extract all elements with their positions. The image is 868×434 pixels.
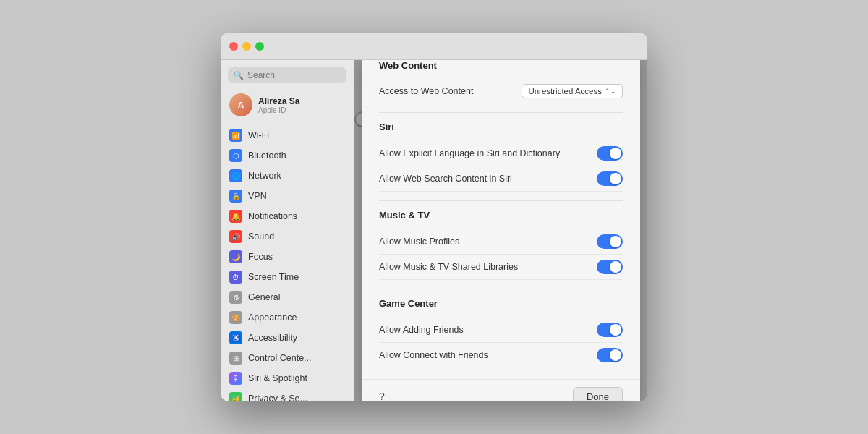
divider-2 — [379, 200, 623, 201]
accessibility-icon: ♿ — [229, 331, 242, 344]
minimize-button[interactable] — [242, 42, 251, 51]
music-toggle-row-1: Allow Music Profiles — [379, 229, 623, 255]
siri-label-2: Allow Web Search Content in Siri — [379, 174, 512, 184]
modal-inner: Web Content Access to Web Content Unrest… — [362, 60, 640, 379]
game-center-title: Game Center — [379, 298, 623, 309]
modal-footer: ? Done — [362, 379, 640, 402]
divider-1 — [379, 112, 623, 113]
sidebar-item-controlcenter[interactable]: ⊞ Control Cente... — [221, 348, 354, 368]
chevron-down-icon: ⌃⌄ — [605, 88, 616, 95]
sidebar-item-wifi[interactable]: 📶 Wi-Fi — [221, 125, 354, 145]
titlebar — [221, 33, 647, 60]
sidebar-label-appearance: Appearance — [248, 312, 297, 323]
sidebar-item-screentime[interactable]: ⏱ Screen Time — [221, 267, 354, 287]
modal-help-button[interactable]: ? — [379, 391, 385, 401]
sidebar-label-controlcenter: Control Cente... — [248, 353, 312, 363]
sidebar: 🔍 A Alireza Sa Apple ID 📶 Wi-Fi ⬡ Bl — [221, 60, 354, 401]
siri-toggle-row-1: Allow Explicit Language in Siri and Dict… — [379, 141, 623, 166]
done-button[interactable]: Done — [573, 387, 623, 402]
sidebar-label-general: General — [248, 292, 280, 302]
music-toggle-2[interactable] — [597, 260, 623, 274]
window-body: 🔍 A Alireza Sa Apple ID 📶 Wi-Fi ⬡ Bl — [221, 60, 647, 401]
access-value: Unrestricted Access — [528, 87, 602, 95]
user-subtitle: Apple ID — [258, 106, 299, 114]
sidebar-label-sound: Sound — [248, 231, 274, 242]
siri-title: Siri — [379, 122, 623, 132]
modal-overlay: Web Content Access to Web Content Unrest… — [354, 60, 647, 401]
game-toggle-2[interactable] — [597, 348, 623, 362]
sound-icon: 🔊 — [229, 230, 242, 243]
search-bar[interactable]: 🔍 — [228, 67, 346, 83]
sidebar-label-wifi: Wi-Fi — [248, 130, 269, 140]
siri-toggle-1[interactable] — [597, 146, 623, 161]
sidebar-item-accessibility[interactable]: ♿ Accessibility — [221, 328, 354, 348]
sidebar-item-siri[interactable]: 🎙 Siri & Spotlight — [221, 368, 354, 388]
user-name: Alireza Sa — [258, 96, 299, 106]
maximize-button[interactable] — [255, 42, 264, 51]
search-icon: 🔍 — [234, 71, 244, 80]
sidebar-label-accessibility: Accessibility — [248, 333, 297, 343]
music-toggle-row-2: Allow Music & TV Shared Libraries — [379, 255, 623, 280]
main-window: 🔍 A Alireza Sa Apple ID 📶 Wi-Fi ⬡ Bl — [221, 33, 647, 401]
access-select[interactable]: Unrestricted Access ⌃⌄ — [522, 84, 623, 98]
user-profile[interactable]: A Alireza Sa Apple ID — [221, 88, 354, 122]
user-info: Alireza Sa Apple ID — [258, 96, 299, 114]
game-label-2: Allow Connect with Friends — [379, 350, 488, 360]
sidebar-label-notifications: Notifications — [248, 211, 297, 221]
sidebar-item-privacy[interactable]: 🔐 Privacy & Se... — [221, 388, 354, 401]
privacy-icon: 🔐 — [229, 392, 242, 401]
sidebar-label-vpn: VPN — [248, 191, 267, 201]
sidebar-label-privacy: Privacy & Se... — [248, 393, 307, 401]
divider-3 — [379, 289, 623, 289]
search-input[interactable] — [247, 70, 341, 80]
focus-icon: 🌙 — [229, 250, 242, 263]
sidebar-item-general[interactable]: ⚙ General — [221, 287, 354, 307]
modal-dialog: Web Content Access to Web Content Unrest… — [362, 60, 640, 401]
sidebar-item-appearance[interactable]: 🎨 Appearance — [221, 307, 354, 328]
game-label-1: Allow Adding Friends — [379, 325, 464, 335]
controlcenter-icon: ⊞ — [229, 352, 242, 365]
siri-icon: 🎙 — [229, 372, 242, 385]
music-label-2: Allow Music & TV Shared Libraries — [379, 262, 518, 272]
sidebar-item-vpn[interactable]: 🔒 VPN — [221, 186, 354, 206]
web-content-row: Access to Web Content Unrestricted Acces… — [379, 80, 623, 103]
game-toggle-row-2: Allow Connect with Friends — [379, 343, 623, 367]
wifi-icon: 📶 — [229, 129, 242, 142]
screentime-icon: ⏱ — [229, 271, 242, 284]
siri-toggle-2[interactable] — [597, 171, 623, 186]
appearance-icon: 🎨 — [229, 311, 242, 324]
game-toggle-row-1: Allow Adding Friends — [379, 318, 623, 343]
sidebar-item-network[interactable]: 🌐 Network — [221, 166, 354, 186]
sidebar-item-bluetooth[interactable]: ⬡ Bluetooth — [221, 145, 354, 166]
web-content-title: Web Content — [379, 60, 623, 71]
main-content: ‹ Content & Privacy Wi-Fi › Bluetooth › … — [354, 60, 647, 401]
sidebar-label-siri: Siri & Spotlight — [248, 373, 307, 383]
bluetooth-icon: ⬡ — [229, 149, 242, 162]
vpn-icon: 🔒 — [229, 190, 242, 203]
close-button[interactable] — [229, 42, 238, 51]
general-icon: ⚙ — [229, 291, 242, 304]
sidebar-item-sound[interactable]: 🔊 Sound — [221, 226, 354, 247]
network-icon: 🌐 — [229, 169, 242, 182]
sidebar-label-bluetooth: Bluetooth — [248, 150, 286, 161]
traffic-lights — [229, 42, 264, 51]
siri-label-1: Allow Explicit Language in Siri and Dict… — [379, 148, 560, 158]
music-tv-title: Music & TV — [379, 210, 623, 221]
game-toggle-1[interactable] — [597, 323, 623, 337]
music-label-1: Allow Music Profiles — [379, 237, 459, 247]
sidebar-item-notifications[interactable]: 🔔 Notifications — [221, 206, 354, 226]
sidebar-items: 📶 Wi-Fi ⬡ Bluetooth 🌐 Network 🔒 VPN 🔔 No… — [221, 125, 354, 401]
music-toggle-1[interactable] — [597, 234, 623, 249]
sidebar-item-focus[interactable]: 🌙 Focus — [221, 247, 354, 267]
avatar: A — [229, 93, 252, 116]
sidebar-label-network: Network — [248, 171, 281, 181]
notifications-icon: 🔔 — [229, 210, 242, 223]
web-content-label: Access to Web Content — [379, 86, 473, 96]
siri-toggle-row-2: Allow Web Search Content in Siri — [379, 166, 623, 192]
sidebar-label-screentime: Screen Time — [248, 272, 299, 282]
sidebar-label-focus: Focus — [248, 252, 273, 262]
